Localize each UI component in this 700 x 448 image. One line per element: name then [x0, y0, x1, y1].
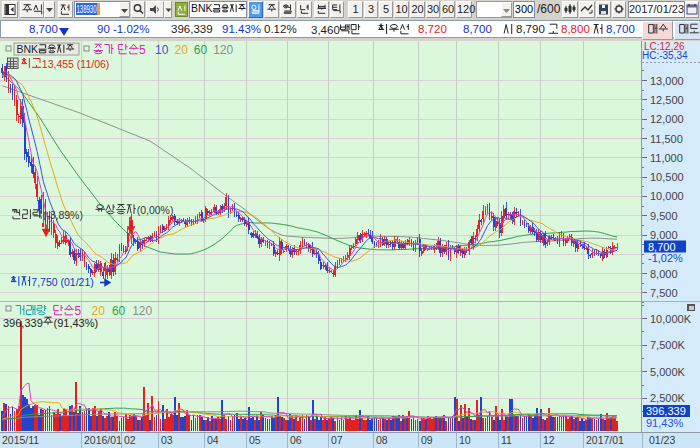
svg-text:03: 03: [161, 434, 173, 446]
svg-text:12,000: 12,000: [650, 113, 684, 125]
svg-text:5: 5: [75, 304, 82, 318]
svg-text:12: 12: [543, 434, 555, 446]
svg-text:7,500K: 7,500K: [650, 339, 686, 351]
svg-text:BNK: BNK: [17, 43, 39, 55]
svg-text:396,339: 396,339: [3, 317, 43, 329]
svg-text:60: 60: [112, 304, 126, 318]
svg-text:10,500: 10,500: [650, 171, 684, 183]
svg-text:04: 04: [207, 434, 219, 446]
svg-text:(0,00%): (0,00%): [137, 204, 174, 216]
svg-text:7,750 (01/21): 7,750 (01/21): [31, 276, 93, 288]
svg-text:2015/11: 2015/11: [2, 434, 39, 446]
svg-text:10,000: 10,000: [650, 190, 684, 202]
svg-text:11,500: 11,500: [650, 133, 683, 145]
svg-text:08: 08: [376, 434, 388, 446]
svg-text:5,000K: 5,000K: [650, 366, 686, 378]
svg-text:120: 120: [132, 304, 152, 318]
svg-text:13,000: 13,000: [650, 75, 684, 87]
svg-text:60: 60: [194, 43, 208, 57]
svg-text:05: 05: [249, 434, 261, 446]
svg-text:2016/01: 2016/01: [84, 434, 122, 446]
svg-text:(91,43%): (91,43%): [54, 317, 99, 329]
svg-text:2017/01: 2017/01: [586, 434, 624, 446]
svg-text:11,000: 11,000: [650, 152, 683, 164]
svg-text:138930: 138930: [77, 4, 97, 15]
svg-text:11: 11: [501, 434, 512, 446]
svg-text:9,000: 9,000: [650, 229, 678, 241]
svg-text:07: 07: [331, 434, 343, 446]
svg-text:8,000: 8,000: [650, 268, 678, 280]
svg-text:01/23: 01/23: [649, 434, 675, 446]
svg-text:12,500: 12,500: [650, 94, 684, 106]
svg-text:10: 10: [155, 43, 169, 57]
svg-text:20: 20: [92, 304, 106, 318]
svg-text:06: 06: [290, 434, 302, 446]
svg-text:BNK: BNK: [191, 3, 213, 14]
svg-text:396,339: 396,339: [646, 405, 686, 417]
svg-text:02: 02: [124, 434, 136, 446]
svg-text:120: 120: [213, 43, 233, 57]
svg-text:(-3,89%): (-3,89%): [43, 209, 83, 221]
svg-text:-1,02%: -1,02%: [648, 252, 683, 264]
svg-text:7,500: 7,500: [650, 287, 678, 299]
svg-text:9,500: 9,500: [650, 210, 678, 222]
svg-text:5: 5: [139, 43, 146, 57]
svg-text:09: 09: [421, 434, 433, 446]
svg-text:20: 20: [175, 43, 189, 57]
svg-text:91,43%: 91,43%: [646, 417, 684, 429]
svg-text:13,455 (11/06): 13,455 (11/06): [42, 58, 110, 70]
svg-text:10: 10: [459, 434, 471, 446]
svg-text:10,000K: 10,000K: [650, 313, 692, 325]
svg-text:HC:-35,34: HC:-35,34: [642, 50, 688, 61]
svg-text:2,500K: 2,500K: [650, 392, 686, 404]
